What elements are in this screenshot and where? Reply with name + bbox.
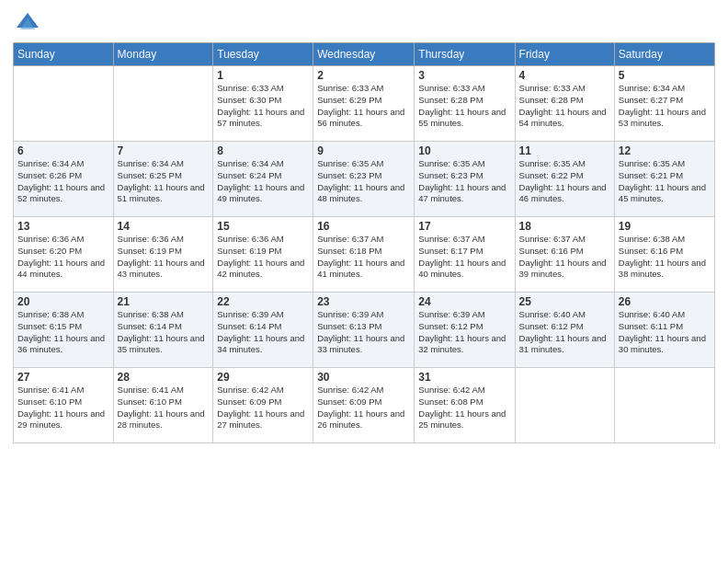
calendar-header-row: SundayMondayTuesdayWednesdayThursdayFrid…	[14, 43, 715, 66]
day-number: 30	[317, 371, 410, 384]
calendar-cell: 19Sunrise: 6:38 AM Sunset: 6:16 PM Dayli…	[614, 217, 714, 293]
calendar-cell: 7Sunrise: 6:34 AM Sunset: 6:25 PM Daylig…	[113, 142, 213, 217]
day-info: Sunrise: 6:33 AM Sunset: 6:28 PM Dayligh…	[418, 83, 510, 130]
calendar-header-tuesday: Tuesday	[213, 43, 313, 66]
calendar-week-row: 13Sunrise: 6:36 AM Sunset: 6:20 PM Dayli…	[14, 217, 715, 293]
calendar-cell: 12Sunrise: 6:35 AM Sunset: 6:21 PM Dayli…	[614, 142, 714, 217]
day-number: 9	[317, 144, 410, 157]
calendar-header-saturday: Saturday	[614, 43, 714, 66]
calendar-cell: 23Sunrise: 6:39 AM Sunset: 6:13 PM Dayli…	[313, 293, 415, 368]
calendar-cell: 25Sunrise: 6:40 AM Sunset: 6:12 PM Dayli…	[515, 293, 614, 368]
day-number: 1	[217, 69, 309, 82]
day-number: 14	[118, 220, 210, 233]
calendar-cell: 13Sunrise: 6:36 AM Sunset: 6:20 PM Dayli…	[14, 217, 114, 293]
calendar-cell: 18Sunrise: 6:37 AM Sunset: 6:16 PM Dayli…	[515, 217, 614, 293]
day-info: Sunrise: 6:38 AM Sunset: 6:15 PM Dayligh…	[17, 309, 109, 356]
calendar-header-sunday: Sunday	[14, 43, 114, 66]
day-number: 17	[418, 220, 510, 233]
calendar-cell: 24Sunrise: 6:39 AM Sunset: 6:12 PM Dayli…	[415, 293, 515, 368]
day-number: 20	[17, 295, 109, 308]
calendar-cell: 11Sunrise: 6:35 AM Sunset: 6:22 PM Dayli…	[515, 142, 614, 217]
day-info: Sunrise: 6:37 AM Sunset: 6:18 PM Dayligh…	[317, 234, 410, 281]
calendar-cell: 31Sunrise: 6:42 AM Sunset: 6:08 PM Dayli…	[415, 368, 515, 443]
day-number: 31	[418, 371, 510, 384]
day-info: Sunrise: 6:33 AM Sunset: 6:30 PM Dayligh…	[217, 83, 309, 130]
calendar-cell: 3Sunrise: 6:33 AM Sunset: 6:28 PM Daylig…	[415, 66, 515, 142]
calendar-cell: 9Sunrise: 6:35 AM Sunset: 6:23 PM Daylig…	[313, 142, 415, 217]
header	[13, 9, 715, 35]
day-number: 27	[17, 371, 109, 384]
day-info: Sunrise: 6:39 AM Sunset: 6:14 PM Dayligh…	[217, 309, 309, 356]
day-info: Sunrise: 6:40 AM Sunset: 6:12 PM Dayligh…	[519, 309, 610, 356]
calendar-cell: 27Sunrise: 6:41 AM Sunset: 6:10 PM Dayli…	[14, 368, 114, 443]
day-info: Sunrise: 6:35 AM Sunset: 6:23 PM Dayligh…	[317, 158, 410, 205]
calendar-week-row: 20Sunrise: 6:38 AM Sunset: 6:15 PM Dayli…	[14, 293, 715, 368]
day-info: Sunrise: 6:36 AM Sunset: 6:19 PM Dayligh…	[217, 234, 309, 281]
day-info: Sunrise: 6:33 AM Sunset: 6:29 PM Dayligh…	[317, 83, 410, 130]
calendar-header-wednesday: Wednesday	[313, 43, 415, 66]
day-info: Sunrise: 6:39 AM Sunset: 6:12 PM Dayligh…	[418, 309, 510, 356]
calendar-page: SundayMondayTuesdayWednesdayThursdayFrid…	[0, 0, 728, 563]
day-info: Sunrise: 6:39 AM Sunset: 6:13 PM Dayligh…	[317, 309, 410, 356]
day-info: Sunrise: 6:41 AM Sunset: 6:10 PM Dayligh…	[17, 385, 109, 431]
day-info: Sunrise: 6:34 AM Sunset: 6:27 PM Dayligh…	[619, 83, 711, 130]
calendar-cell: 29Sunrise: 6:42 AM Sunset: 6:09 PM Dayli…	[213, 368, 313, 443]
day-number: 13	[17, 220, 109, 233]
day-number: 2	[317, 69, 410, 82]
calendar-week-row: 1Sunrise: 6:33 AM Sunset: 6:30 PM Daylig…	[14, 66, 715, 142]
calendar-cell	[113, 66, 213, 142]
day-info: Sunrise: 6:34 AM Sunset: 6:25 PM Dayligh…	[118, 158, 210, 205]
calendar-cell: 6Sunrise: 6:34 AM Sunset: 6:26 PM Daylig…	[14, 142, 114, 217]
calendar-cell: 14Sunrise: 6:36 AM Sunset: 6:19 PM Dayli…	[113, 217, 213, 293]
calendar-cell: 17Sunrise: 6:37 AM Sunset: 6:17 PM Dayli…	[415, 217, 515, 293]
day-info: Sunrise: 6:42 AM Sunset: 6:09 PM Dayligh…	[317, 385, 410, 431]
day-info: Sunrise: 6:41 AM Sunset: 6:10 PM Dayligh…	[118, 385, 210, 431]
day-number: 15	[217, 220, 309, 233]
calendar-cell	[614, 368, 714, 443]
day-info: Sunrise: 6:33 AM Sunset: 6:28 PM Dayligh…	[519, 83, 610, 130]
day-info: Sunrise: 6:34 AM Sunset: 6:24 PM Dayligh…	[217, 158, 309, 205]
calendar-week-row: 27Sunrise: 6:41 AM Sunset: 6:10 PM Dayli…	[14, 368, 715, 443]
day-number: 3	[418, 69, 510, 82]
calendar-cell	[515, 368, 614, 443]
calendar-cell: 5Sunrise: 6:34 AM Sunset: 6:27 PM Daylig…	[614, 66, 714, 142]
day-number: 21	[118, 295, 210, 308]
day-info: Sunrise: 6:37 AM Sunset: 6:17 PM Dayligh…	[418, 234, 510, 281]
day-number: 18	[519, 220, 610, 233]
day-number: 8	[217, 144, 309, 157]
calendar-body: 1Sunrise: 6:33 AM Sunset: 6:30 PM Daylig…	[14, 66, 715, 443]
calendar-cell: 22Sunrise: 6:39 AM Sunset: 6:14 PM Dayli…	[213, 293, 313, 368]
calendar-cell	[14, 66, 114, 142]
day-number: 10	[418, 144, 510, 157]
day-number: 22	[217, 295, 309, 308]
day-info: Sunrise: 6:36 AM Sunset: 6:20 PM Dayligh…	[17, 234, 109, 281]
day-info: Sunrise: 6:40 AM Sunset: 6:11 PM Dayligh…	[619, 309, 711, 356]
day-number: 16	[317, 220, 410, 233]
day-number: 7	[118, 144, 210, 157]
calendar-header-monday: Monday	[113, 43, 213, 66]
calendar-cell: 4Sunrise: 6:33 AM Sunset: 6:28 PM Daylig…	[515, 66, 614, 142]
calendar-cell: 26Sunrise: 6:40 AM Sunset: 6:11 PM Dayli…	[614, 293, 714, 368]
calendar-cell: 21Sunrise: 6:38 AM Sunset: 6:14 PM Dayli…	[113, 293, 213, 368]
day-number: 28	[118, 371, 210, 384]
day-info: Sunrise: 6:42 AM Sunset: 6:08 PM Dayligh…	[418, 385, 510, 431]
day-number: 12	[619, 144, 711, 157]
calendar-cell: 2Sunrise: 6:33 AM Sunset: 6:29 PM Daylig…	[313, 66, 415, 142]
day-info: Sunrise: 6:35 AM Sunset: 6:23 PM Dayligh…	[418, 158, 510, 205]
calendar-header-friday: Friday	[515, 43, 614, 66]
calendar-cell: 1Sunrise: 6:33 AM Sunset: 6:30 PM Daylig…	[213, 66, 313, 142]
day-info: Sunrise: 6:36 AM Sunset: 6:19 PM Dayligh…	[118, 234, 210, 281]
calendar-cell: 30Sunrise: 6:42 AM Sunset: 6:09 PM Dayli…	[313, 368, 415, 443]
day-number: 11	[519, 144, 610, 157]
day-info: Sunrise: 6:38 AM Sunset: 6:16 PM Dayligh…	[619, 234, 711, 281]
day-info: Sunrise: 6:35 AM Sunset: 6:22 PM Dayligh…	[519, 158, 610, 205]
day-number: 25	[519, 295, 610, 308]
calendar-cell: 16Sunrise: 6:37 AM Sunset: 6:18 PM Dayli…	[313, 217, 415, 293]
calendar-cell: 15Sunrise: 6:36 AM Sunset: 6:19 PM Dayli…	[213, 217, 313, 293]
calendar-cell: 20Sunrise: 6:38 AM Sunset: 6:15 PM Dayli…	[14, 293, 114, 368]
day-number: 26	[619, 295, 711, 308]
calendar-table: SundayMondayTuesdayWednesdayThursdayFrid…	[13, 42, 715, 443]
day-info: Sunrise: 6:38 AM Sunset: 6:14 PM Dayligh…	[118, 309, 210, 356]
day-info: Sunrise: 6:37 AM Sunset: 6:16 PM Dayligh…	[519, 234, 610, 281]
calendar-cell: 28Sunrise: 6:41 AM Sunset: 6:10 PM Dayli…	[113, 368, 213, 443]
